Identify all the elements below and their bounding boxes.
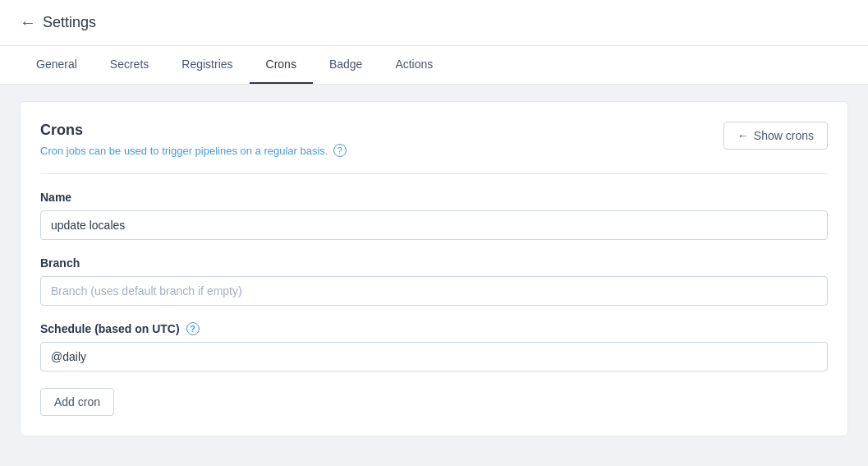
page-title: Settings	[43, 14, 96, 31]
schedule-field-group: Schedule (based on UTC) ?	[40, 322, 828, 371]
crons-card: Crons Cron jobs can be used to trigger p…	[20, 101, 848, 436]
name-label: Name	[40, 191, 828, 204]
card-title: Crons	[40, 122, 347, 139]
back-button[interactable]: ← Settings	[20, 13, 96, 32]
branch-field-group: Branch	[40, 256, 828, 306]
show-crons-button[interactable]: ← Show crons	[723, 122, 828, 150]
subtitle-help-icon[interactable]: ?	[333, 144, 347, 157]
branch-input[interactable]	[40, 276, 828, 306]
show-crons-arrow-icon: ←	[737, 129, 749, 142]
schedule-input[interactable]	[40, 342, 828, 371]
name-field-group: Name	[40, 191, 828, 240]
add-cron-button[interactable]: Add cron	[40, 388, 114, 416]
tab-badge[interactable]: Badge	[313, 46, 379, 84]
tab-actions[interactable]: Actions	[379, 46, 449, 84]
card-subtitle: Cron jobs can be used to trigger pipelin…	[40, 144, 347, 157]
main-content: Crons Cron jobs can be used to trigger p…	[0, 85, 868, 453]
card-header: Crons Cron jobs can be used to trigger p…	[40, 122, 828, 174]
back-arrow-icon: ←	[20, 13, 36, 32]
schedule-label-text: Schedule (based on UTC)	[40, 322, 180, 335]
tabs-bar: General Secrets Registries Crons Badge A…	[0, 46, 868, 85]
tab-crons[interactable]: Crons	[250, 46, 313, 84]
show-crons-label: Show crons	[754, 129, 814, 142]
tab-general[interactable]: General	[20, 46, 94, 84]
add-cron-label: Add cron	[54, 395, 100, 408]
branch-label: Branch	[40, 256, 828, 270]
tab-secrets[interactable]: Secrets	[94, 46, 165, 84]
header: ← Settings	[0, 0, 868, 46]
name-input[interactable]	[40, 210, 828, 240]
subtitle-text: Cron jobs can be used to trigger pipelin…	[40, 145, 328, 157]
card-header-left: Crons Cron jobs can be used to trigger p…	[40, 122, 347, 157]
tab-registries[interactable]: Registries	[165, 46, 249, 84]
schedule-help-icon[interactable]: ?	[186, 322, 200, 335]
schedule-label-row: Schedule (based on UTC) ?	[40, 322, 828, 335]
